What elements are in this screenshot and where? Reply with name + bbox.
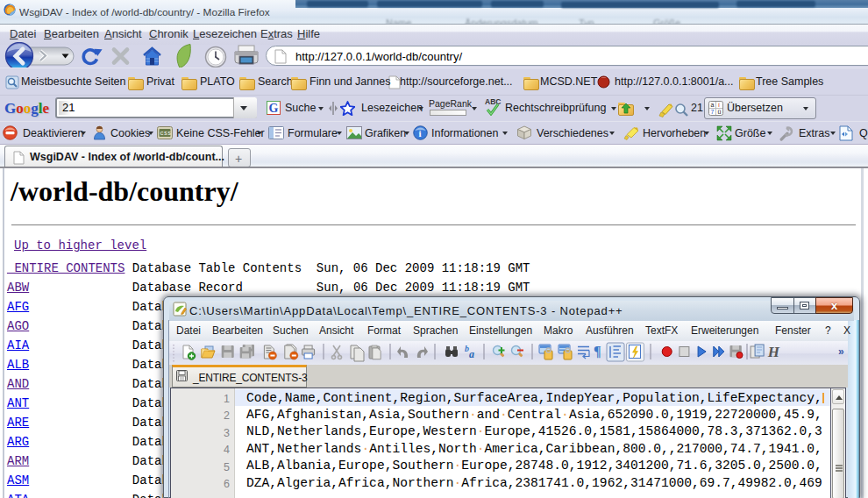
svg-text:css: css — [160, 130, 172, 137]
svg-text:7: 7 — [711, 109, 715, 115]
svg-text:H: H — [767, 344, 780, 360]
svg-text:¶: ¶ — [594, 344, 601, 359]
svg-text:i: i — [419, 128, 422, 139]
svg-text:í: í — [718, 102, 720, 108]
svg-text:»: » — [838, 345, 844, 358]
svg-text:a: a — [469, 348, 474, 360]
svg-text:a: a — [711, 102, 715, 108]
svg-text:ü: ü — [718, 109, 722, 115]
